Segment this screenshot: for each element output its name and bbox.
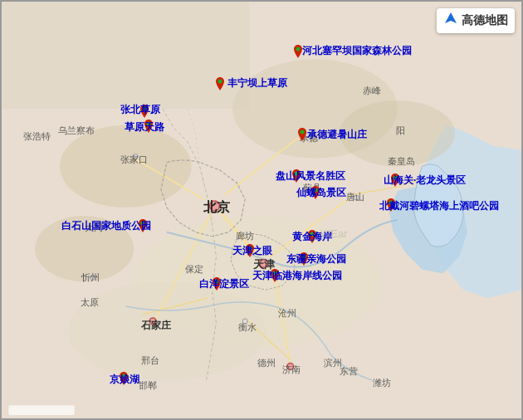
dongjiang-label: 东疆亲海公园 xyxy=(286,252,346,266)
svg-point-1 xyxy=(60,125,192,208)
xianluodao-label: 仙螺岛景区 xyxy=(296,186,346,200)
svg-rect-7 xyxy=(2,2,249,109)
shijiazhuang-label: 石家庄 xyxy=(141,319,171,333)
tianjin-lingang-label: 天津临港海岸线公园 xyxy=(252,269,342,283)
panshan-label: 盘山风景名胜区 xyxy=(276,169,345,183)
jiniang-label: 京娘湖 xyxy=(110,373,139,387)
beidaihe-label: 北戴河碧螺塔海上酒吧公园 xyxy=(379,199,499,213)
svg-point-28 xyxy=(296,47,301,51)
svg-point-25 xyxy=(90,275,95,280)
chengde-summer-label: 承德避暑山庄 xyxy=(307,128,367,142)
fengning-label: 丰宁坝上草原 xyxy=(227,76,287,90)
beijing-label: 北京 xyxy=(203,199,230,217)
huangjin-label: 黄金海岸 xyxy=(292,230,332,244)
chengde-summer-marker xyxy=(297,128,307,141)
svg-point-24 xyxy=(354,195,359,200)
logo-area: 高德地图 xyxy=(437,8,515,33)
baishi-label: 白石山国家地质公园 xyxy=(61,219,151,233)
svg-rect-27 xyxy=(8,405,74,415)
svg-point-32 xyxy=(301,130,305,134)
navigation-icon xyxy=(443,12,458,30)
fengning-marker xyxy=(215,77,225,90)
baiyangdian-label: 白洋淀景区 xyxy=(199,277,249,291)
zhangbei-label: 张北草原 xyxy=(120,103,160,117)
svg-point-22 xyxy=(133,154,138,159)
hebei-forest-label: 河北塞罕坝国家森林公园 xyxy=(302,44,412,58)
tianjin-eye-label: 天津之眼 xyxy=(232,244,272,258)
caoyuan-tianlu-label: 草原天路 xyxy=(125,120,164,134)
map-container: 北京 天津 石家庄 济南 张家口 承德 唐山 秦皇岛 保定 沧州 邢台 邯郸 东… xyxy=(0,0,523,420)
logo-text: 高德地图 xyxy=(462,13,508,28)
shanhaiguan-label: 山海关·老龙头景区 xyxy=(384,173,466,188)
svg-point-26 xyxy=(242,319,247,324)
svg-point-21 xyxy=(287,364,294,370)
svg-point-29 xyxy=(218,80,222,84)
